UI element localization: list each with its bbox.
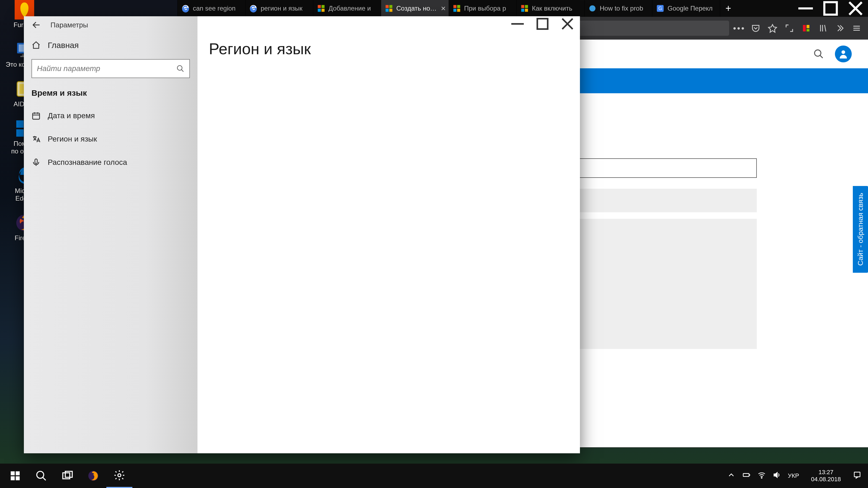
tab-7[interactable]: GGoogle Перекл — [652, 0, 720, 17]
settings-minimize-button[interactable] — [505, 16, 530, 31]
svg-point-66 — [37, 471, 44, 479]
search-icon[interactable] — [813, 48, 824, 59]
battery-icon[interactable] — [742, 470, 751, 481]
bookmark-star-icon[interactable] — [766, 22, 779, 35]
tray-clock[interactable]: 13:27 04.08.2018 — [806, 469, 846, 483]
menu-icon[interactable] — [850, 22, 863, 35]
action-center-icon[interactable] — [853, 470, 862, 481]
sidebar-item-date-time[interactable]: Дата и время — [24, 104, 197, 127]
svg-line-43 — [825, 25, 826, 31]
svg-rect-20 — [386, 9, 389, 12]
tab-2[interactable]: Добавление и — [313, 0, 381, 17]
settings-close-button[interactable] — [555, 16, 580, 31]
language-icon — [31, 134, 41, 144]
settings-search-input[interactable] — [37, 64, 176, 73]
svg-point-74 — [762, 478, 762, 478]
translate-icon: G — [656, 4, 664, 12]
svg-rect-59 — [537, 19, 548, 29]
svg-rect-64 — [11, 476, 15, 480]
svg-rect-69 — [65, 471, 72, 478]
taskbar: УКР 13:27 04.08.2018 — [0, 464, 868, 488]
tab-label: Добавление и — [329, 5, 371, 12]
svg-line-52 — [182, 70, 184, 72]
svg-rect-63 — [16, 471, 20, 476]
tab-label: При выбора р — [464, 5, 506, 12]
ms-icon — [317, 4, 325, 12]
microphone-icon — [31, 158, 41, 167]
svg-point-51 — [177, 66, 182, 70]
settings-search[interactable] — [31, 59, 190, 78]
svg-rect-53 — [33, 113, 40, 119]
settings-maximize-button[interactable] — [530, 16, 555, 31]
volume-icon[interactable] — [773, 470, 781, 481]
settings-window-controls — [505, 16, 580, 31]
tab-label: can see region — [193, 5, 236, 12]
tab-1[interactable]: регион и язык — [246, 0, 313, 17]
tab-0[interactable]: can see region — [178, 0, 246, 17]
search-icon — [176, 65, 184, 73]
tab-close-icon[interactable]: × — [440, 4, 447, 13]
google-icon — [249, 4, 257, 12]
svg-rect-9 — [16, 129, 24, 137]
more-icon[interactable]: ••• — [733, 23, 745, 33]
settings-sidebar: Параметры Главная Время и язык Дата и вр… — [24, 16, 197, 453]
tab-3[interactable]: Создать но…× — [381, 0, 449, 17]
home-icon — [31, 41, 41, 50]
sidebar-home[interactable]: Главная — [24, 34, 197, 57]
browser-window-controls — [793, 0, 868, 17]
svg-rect-26 — [521, 5, 524, 8]
svg-rect-17 — [321, 9, 324, 12]
task-view-button[interactable] — [54, 464, 80, 488]
svg-line-67 — [43, 478, 46, 480]
system-tray: УКР 13:27 04.08.2018 — [727, 469, 866, 483]
sidebar-section-title: Время и язык — [24, 86, 197, 104]
fullscreen-icon[interactable] — [783, 22, 796, 35]
taskbar-firefox[interactable] — [80, 464, 106, 488]
wifi-icon[interactable] — [757, 470, 766, 481]
tab-label: Создать но… — [396, 5, 436, 12]
svg-rect-76 — [854, 472, 860, 477]
start-button[interactable] — [2, 464, 28, 488]
language-indicator[interactable]: УКР — [788, 472, 799, 479]
svg-rect-62 — [11, 471, 15, 476]
tab-6[interactable]: How to fix prob — [585, 0, 652, 17]
pocket-icon[interactable] — [749, 22, 762, 35]
svg-rect-21 — [389, 9, 392, 12]
sidebar-item-speech[interactable]: Распознавание голоса — [24, 151, 197, 174]
tab-label: регион и язык — [261, 5, 303, 12]
browser-minimize-button[interactable] — [793, 0, 818, 17]
sidebar-item-label: Дата и время — [48, 111, 95, 120]
svg-rect-14 — [318, 5, 321, 8]
tray-chevron-icon[interactable] — [727, 470, 736, 481]
feedback-tab[interactable]: Сайт - обратная связь — [853, 186, 868, 273]
browser-maximize-button[interactable] — [818, 0, 843, 17]
tab-label: How to fix prob — [600, 5, 643, 12]
settings-window-title: Параметры — [51, 21, 88, 29]
svg-rect-68 — [63, 473, 70, 479]
container-icon[interactable] — [800, 22, 813, 35]
overflow-icon[interactable] — [833, 22, 846, 35]
feedback-label: Сайт - обратная связь — [856, 193, 865, 266]
taskbar-search-button[interactable] — [28, 464, 54, 488]
sidebar-item-label: Распознавание голоса — [48, 158, 127, 167]
svg-rect-38 — [803, 25, 806, 31]
back-button[interactable] — [30, 19, 42, 31]
user-avatar[interactable] — [835, 45, 852, 62]
svg-rect-16 — [318, 9, 321, 12]
svg-rect-23 — [457, 5, 460, 8]
svg-rect-27 — [525, 5, 528, 8]
browser-close-button[interactable] — [843, 0, 868, 17]
svg-point-30 — [589, 5, 596, 12]
svg-rect-39 — [807, 25, 810, 28]
svg-marker-37 — [769, 25, 777, 33]
google-icon — [182, 4, 190, 12]
sidebar-item-region-language[interactable]: Регион и язык — [24, 127, 197, 151]
taskbar-settings[interactable] — [106, 464, 132, 488]
library-icon[interactable] — [816, 22, 830, 35]
svg-point-49 — [841, 51, 845, 54]
new-tab-button[interactable]: + — [720, 0, 737, 17]
svg-rect-15 — [321, 5, 324, 8]
svg-marker-75 — [774, 473, 777, 478]
svg-rect-57 — [35, 159, 37, 163]
tab-label: Google Перекл — [668, 5, 713, 12]
